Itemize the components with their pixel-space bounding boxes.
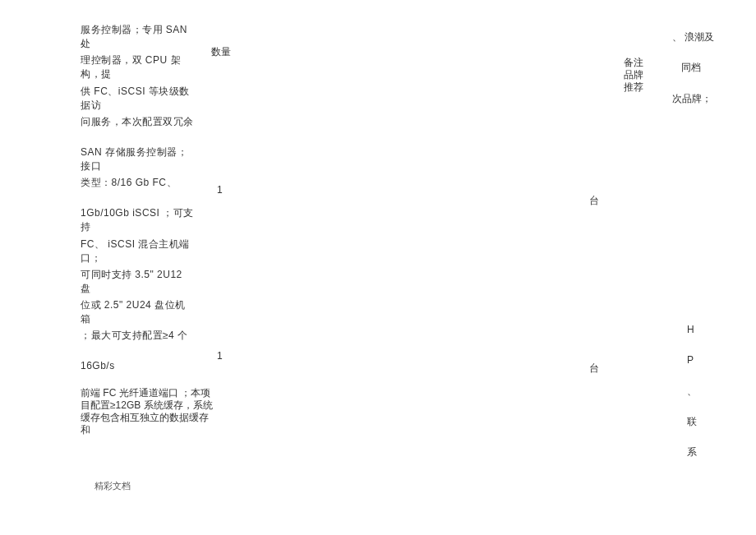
- footer-label: 精彩文档: [94, 480, 131, 492]
- brand-v-3: 、: [687, 385, 697, 399]
- qty-header: 数量: [211, 45, 231, 59]
- spec-line-13a: 前端 FC 光纤通道端口 ；本项: [81, 387, 220, 400]
- unit-value-2: 台: [589, 362, 599, 376]
- spec-line-5: SAN 存储服务控制器；接口: [81, 145, 196, 173]
- spec-line-1: 服务控制器；专用 SAN 处: [81, 23, 196, 51]
- brand-v-2: P: [687, 353, 694, 367]
- brand-v-1: H: [687, 323, 694, 337]
- brand-line-2: 同档: [681, 61, 701, 75]
- spec-line-4: 问服务，本次配置双冗余: [81, 115, 196, 129]
- spec-line-9: 可同时支持 3.5" 2U12 盘: [81, 268, 196, 296]
- spec-line-11: ；最大可支持配置≥4 个: [81, 329, 196, 343]
- spec-line-13b: 目配置≥12GB 系统缓存，系统: [81, 399, 220, 413]
- brand-line-1: 、 浪潮及: [672, 30, 714, 44]
- unit-value-1: 台: [589, 194, 599, 208]
- spec-line-10: 位或 2.5" 2U24 盘位机箱: [81, 298, 196, 326]
- qty-value-1: 1: [217, 183, 223, 197]
- brand-v-5: 系: [687, 445, 697, 459]
- spec-line-3: 供 FC、iSCSI 等块级数据访: [81, 85, 196, 113]
- spec-line-13d: 和: [81, 424, 220, 437]
- qty-value-2: 1: [217, 349, 223, 363]
- spec-line-12: 16Gb/s: [81, 359, 196, 373]
- spec-line-13c: 缓存包含相互独立的数据缓存: [81, 412, 220, 425]
- brand-v-4: 联: [687, 415, 697, 429]
- spec-line-2: 理控制器，双 CPU 架构，提: [81, 53, 196, 81]
- spec-line-6: 类型：8/16 Gb FC、: [81, 176, 196, 190]
- remarks-line-3: 推荐: [624, 81, 643, 95]
- spec-line-7: 1Gb/10Gb iSCSI ；可支持: [81, 206, 196, 234]
- spec-line-8: FC、 iSCSI 混合主机端 口；: [81, 238, 196, 265]
- brand-line-3: 次品牌；: [672, 92, 712, 106]
